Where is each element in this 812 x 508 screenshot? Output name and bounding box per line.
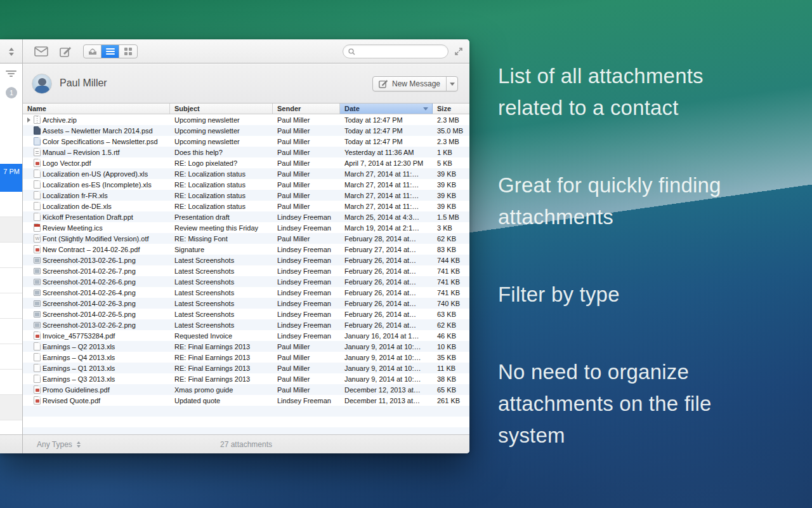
doc-file-icon <box>34 170 41 178</box>
column-header-name[interactable]: Name <box>23 104 170 114</box>
table-row[interactable]: Localization es-ES (Incomplete).xlsRE: L… <box>23 179 469 190</box>
table-row[interactable]: Review Meeting.icsReview meeting this Fr… <box>23 222 469 233</box>
sidebar-stepper-icon[interactable] <box>5 45 18 58</box>
table-row[interactable]: Assets – Newletter March 2014.psdUpcomin… <box>23 125 469 136</box>
cell-date: February 28, 2014 at… <box>340 235 433 243</box>
table-row[interactable]: Screenshot-2014-02-26-3.pngLatest Screen… <box>23 298 469 309</box>
cell-size: 3 KB <box>433 224 469 232</box>
table-row[interactable]: Invoice_457753284.pdfRequested InvoiceLi… <box>23 330 469 341</box>
ics-file-icon <box>34 224 41 232</box>
cell-name: Archive.zip <box>23 116 170 124</box>
cell-sender: Lindsey Freeman <box>273 289 340 297</box>
cell-sender: Lindsey Freeman <box>273 257 340 264</box>
cell-name: Screenshot-2014-02-26-7.png <box>23 267 170 275</box>
doc-file-icon <box>34 213 41 221</box>
message-row[interactable] <box>0 293 22 319</box>
table-row[interactable]: New Contract – 2014-02-26.pdfSignatureLi… <box>23 244 469 255</box>
table-row[interactable]: Screenshot-2014-02-26-7.pngLatest Screen… <box>23 265 469 276</box>
table-row[interactable]: Earnings – Q4 2013.xlsRE: Final Earnings… <box>23 352 469 363</box>
doc-file-icon <box>34 180 41 189</box>
png-file-icon <box>34 268 41 274</box>
table-row[interactable]: Earnings – Q3 2013.xlsRE: Final Earnings… <box>23 373 469 384</box>
cell-sender: Paul Miller <box>273 235 340 243</box>
column-header-size[interactable]: Size <box>433 104 469 114</box>
contact-name: Paul Miller <box>60 77 107 89</box>
cell-sender: Paul Miller <box>273 138 340 145</box>
cell-date: February 26, 2014 at… <box>340 289 433 297</box>
column-header-subject[interactable]: Subject <box>170 104 273 114</box>
table-row[interactable]: Font (Slightly Modified Version).otfRE: … <box>23 233 469 244</box>
fullscreen-button[interactable] <box>452 45 465 58</box>
table-row[interactable]: Logo Vector.pdfRE: Logo pixelated?Paul M… <box>23 157 469 168</box>
table-row[interactable]: Earnings – Q2 2013.xlsRE: Final Earnings… <box>23 341 469 352</box>
cell-sender: Paul Miller <box>273 203 340 210</box>
cell-subject: Upcoming newsletter <box>170 127 273 135</box>
search-input[interactable] <box>358 47 438 56</box>
message-row[interactable] <box>0 319 22 344</box>
message-row[interactable] <box>0 217 22 243</box>
list-view-segment[interactable] <box>102 45 119 58</box>
cell-subject: RE: Final Earnings 2013 <box>170 375 273 383</box>
table-row[interactable]: Promo Guidelines.pdfXmas promo guidePaul… <box>23 384 469 395</box>
message-row[interactable] <box>0 395 22 420</box>
doc-file-icon <box>34 342 41 351</box>
cell-date: Today at 12:47 PM <box>340 138 433 145</box>
column-header-date[interactable]: Date <box>340 104 433 114</box>
selected-message-row[interactable]: 7 PM <box>0 164 22 192</box>
search-field[interactable] <box>343 44 449 58</box>
cell-size: 744 KB <box>433 257 469 264</box>
cell-name: Kickoff Presentation Draft.ppt <box>23 213 170 221</box>
table-row[interactable]: Earnings – Q1 2013.xlsRE: Final Earnings… <box>23 363 469 373</box>
new-message-dropdown[interactable] <box>446 77 457 91</box>
cell-sender: Paul Miller <box>273 149 340 156</box>
message-row[interactable] <box>0 192 22 217</box>
table-row[interactable]: Screenshot-2014-02-26-4.pngLatest Screen… <box>23 287 469 298</box>
cell-sender: Paul Miller <box>273 364 340 372</box>
table-row[interactable]: Screenshot-2013-02-26-1.pngLatest Screen… <box>23 255 469 265</box>
table-row[interactable]: Localization en-US (Approved).xlsRE: Loc… <box>23 168 469 179</box>
cell-size: 83 KB <box>433 246 469 253</box>
cell-subject: RE: Localization status <box>170 181 273 189</box>
table-row[interactable]: Revised Quote.pdfUpdated quoteLindsey Fr… <box>23 395 469 406</box>
cell-date: January 9, 2014 at 10:… <box>340 364 433 372</box>
cell-size: 10 KB <box>433 343 469 351</box>
cell-date: March 27, 2014 at 11:… <box>340 181 433 189</box>
table-row[interactable]: Archive.zipUpcoming newsletterPaul Mille… <box>23 114 469 125</box>
mail-view-segment[interactable] <box>84 45 102 58</box>
message-row[interactable] <box>0 344 22 370</box>
cell-subject: Latest Screenshots <box>170 300 273 307</box>
table-row[interactable]: Screenshot-2013-02-26-2.pngLatest Screen… <box>23 319 469 330</box>
grid-view-segment[interactable] <box>119 45 137 58</box>
pdf-file-icon <box>34 159 41 167</box>
disclosure-triangle-icon[interactable] <box>25 117 32 123</box>
table-row[interactable]: Kickoff Presentation Draft.pptPresentati… <box>23 211 469 222</box>
cell-name: Earnings – Q1 2013.xls <box>23 364 170 372</box>
column-header-sender[interactable]: Sender <box>273 104 340 114</box>
table-row[interactable]: Screenshot-2014-02-26-5.pngLatest Screen… <box>23 309 469 319</box>
table-row[interactable]: Screenshot-2014-02-26-6.pngLatest Screen… <box>23 276 469 287</box>
message-row[interactable] <box>0 243 22 268</box>
file-name: Screenshot-2014-02-26-7.png <box>43 267 136 275</box>
cell-name: Localization fr-FR.xls <box>23 191 170 199</box>
new-message-button[interactable]: New Message <box>372 76 458 91</box>
cell-size: 2.3 MB <box>433 116 469 124</box>
message-row[interactable] <box>0 420 22 434</box>
cell-sender: Paul Miller <box>273 386 340 394</box>
table-row[interactable]: Manual – Revision 1.5.rtfDoes this help?… <box>23 147 469 157</box>
pdf-file-icon <box>34 245 41 253</box>
zip-file-icon <box>34 116 41 124</box>
cell-subject: RE: Final Earnings 2013 <box>170 354 273 361</box>
compose-icon <box>379 79 388 88</box>
filter-icon[interactable] <box>6 70 16 78</box>
message-row[interactable] <box>0 370 22 395</box>
table-row[interactable]: Localization de-DE.xlsRE: Localization s… <box>23 201 469 211</box>
compose-button[interactable] <box>56 44 75 59</box>
table-row[interactable]: Localization fr-FR.xlsRE: Localization s… <box>23 190 469 201</box>
cell-subject: RE: Localization status <box>170 192 273 199</box>
message-row[interactable] <box>0 268 22 293</box>
envelope-button[interactable] <box>32 44 51 59</box>
table-row[interactable]: Color Specifications – Newsletter.psdUpc… <box>23 136 469 147</box>
pane-divider[interactable] <box>22 39 23 453</box>
cell-name: Localization de-DE.xls <box>23 202 170 210</box>
cell-size: 741 KB <box>433 267 469 275</box>
